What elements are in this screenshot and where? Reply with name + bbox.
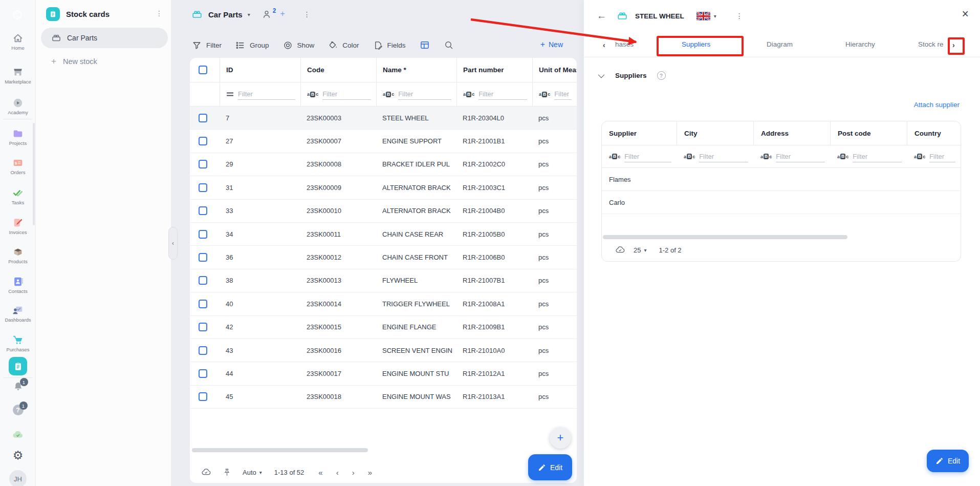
select-all-checkbox[interactable] — [199, 66, 207, 74]
column-header-id[interactable]: ID — [220, 58, 300, 82]
column-header-country[interactable]: Country — [907, 121, 961, 145]
rail-item-invoices[interactable]: Invoices — [0, 217, 36, 235]
suppliers-page-size-dropdown[interactable]: 25 ▾ — [634, 246, 647, 254]
rail-item-tasks[interactable]: Tasks — [0, 187, 36, 205]
row-checkbox[interactable] — [199, 392, 207, 401]
edit-button[interactable]: Edit — [528, 454, 572, 480]
tab-hierarchy[interactable]: Hierarchy — [845, 40, 875, 48]
supplier-filter-input[interactable] — [624, 151, 671, 162]
table-row[interactable]: 44 23SK00017 ENGINE MOUNT STU R1R-21012A… — [190, 362, 577, 385]
rail-item-purchases[interactable]: Purchases — [0, 334, 36, 352]
rail-item-sync-status[interactable] — [0, 428, 36, 440]
fields-button[interactable]: Fields — [373, 40, 406, 50]
table-row[interactable]: 38 23SK00013 FLYWHEEL R1R-21007B1 pcs — [190, 269, 577, 292]
page-size-dropdown[interactable]: Auto ▾ — [243, 469, 262, 476]
table-row[interactable]: 31 23SK00009 ALTERNATOR BRACK R1R-21003C… — [190, 176, 577, 199]
country-filter-input[interactable] — [929, 151, 955, 162]
tabs-scroll-left-icon[interactable]: ‹ — [603, 41, 605, 49]
rail-item-dashboards[interactable]: Dashboards — [0, 305, 36, 323]
name-filter-input[interactable] — [398, 89, 451, 100]
supplier-row[interactable]: Carlo — [602, 191, 961, 214]
column-header-city[interactable]: City — [677, 121, 753, 145]
rail-item-stock-cards-app[interactable] — [0, 357, 36, 375]
rail-item-notifications[interactable]: 1 — [0, 381, 36, 393]
filter-button[interactable]: Filter — [192, 40, 222, 50]
row-checkbox[interactable] — [199, 160, 207, 168]
section-collapse-chevron-icon[interactable] — [598, 72, 605, 78]
column-header-part-number[interactable]: Part number — [456, 58, 532, 82]
color-button[interactable]: Color — [328, 40, 359, 50]
attach-supplier-link[interactable]: Attach supplier — [914, 101, 960, 109]
table-row[interactable]: 7 23SK00003 STEEL WHEEL R1R-20304L0 pcs — [190, 107, 577, 130]
table-row[interactable]: 40 23SK00014 TRIGGER FLYWHEEL R1R-21008A… — [190, 292, 577, 315]
tab-diagram[interactable]: Diagram — [767, 40, 793, 48]
autosave-cloud-icon[interactable] — [201, 467, 211, 477]
table-row[interactable]: 36 23SK00012 CHAIN CASE FRONT R1R-21006B… — [190, 246, 577, 269]
language-dropdown-caret-icon[interactable]: ▾ — [714, 13, 716, 19]
row-checkbox[interactable] — [199, 300, 207, 308]
tabs-scroll-right-icon[interactable]: › — [952, 41, 955, 49]
post-code-filter-input[interactable] — [853, 151, 902, 162]
table-row[interactable]: 43 23SK00016 SCREEN VENT ENGIN R1R-21010… — [190, 339, 577, 362]
add-row-fab[interactable]: + — [550, 427, 571, 449]
rail-item-orders[interactable]: $ Orders — [0, 157, 36, 175]
column-header-unit[interactable]: Unit of Meas — [532, 58, 577, 82]
column-header-name[interactable]: Name * — [376, 58, 456, 82]
table-row[interactable]: 33 23SK00010 ALTERNATOR BRACK R1R-21004B… — [190, 200, 577, 223]
sidebar-menu-dots-icon[interactable]: ⋮ — [156, 9, 163, 17]
sidebar-collapse-handle[interactable]: ‹ — [168, 227, 178, 260]
new-record-button[interactable]: + New — [540, 40, 563, 49]
column-header-post-code[interactable]: Post code — [830, 121, 907, 145]
first-page-button[interactable]: « — [318, 468, 322, 477]
prev-page-button[interactable]: ‹ — [336, 468, 339, 477]
horizontal-scrollbar[interactable] — [192, 448, 368, 452]
back-arrow-icon[interactable]: ← — [597, 10, 606, 22]
column-header-address[interactable]: Address — [753, 121, 830, 145]
tab-suppliers[interactable]: Suppliers — [682, 40, 710, 48]
uk-flag-icon[interactable] — [696, 12, 710, 20]
autosave-cloud-icon[interactable] — [615, 245, 625, 255]
close-icon[interactable]: × — [962, 8, 969, 20]
table-row[interactable]: 27 23SK00007 ENGINE SUPPORT R1R-21001B1 … — [190, 130, 577, 153]
section-help-icon[interactable]: ? — [657, 71, 666, 80]
last-page-button[interactable]: » — [368, 468, 372, 477]
rail-item-help[interactable]: ? 1 — [0, 405, 36, 415]
column-header-code[interactable]: Code — [300, 58, 376, 82]
row-checkbox[interactable] — [199, 253, 207, 262]
part-number-filter-input[interactable] — [478, 89, 527, 100]
collaborators-button[interactable]: 2 + — [262, 9, 285, 19]
column-header-supplier[interactable]: Supplier — [602, 121, 677, 145]
detail-edit-button[interactable]: Edit — [927, 450, 969, 472]
address-filter-input[interactable] — [776, 151, 825, 162]
rail-item-projects[interactable]: Projects — [0, 128, 36, 146]
row-checkbox[interactable] — [199, 346, 207, 355]
next-page-button[interactable]: › — [352, 468, 355, 477]
row-checkbox[interactable] — [199, 323, 207, 331]
rail-item-marketplace[interactable]: Marketplace — [0, 67, 36, 84]
unit-filter-input[interactable] — [554, 89, 572, 100]
new-stock-button[interactable]: + New stock — [51, 56, 97, 67]
tab-stock-truncated[interactable]: Stock re — [918, 40, 944, 48]
rail-item-products[interactable]: Products — [0, 246, 36, 264]
row-checkbox[interactable] — [199, 206, 207, 215]
pin-icon[interactable] — [223, 468, 231, 477]
row-checkbox[interactable] — [199, 276, 207, 285]
id-filter-input[interactable] — [238, 89, 295, 100]
layout-toggle-button[interactable] — [420, 40, 430, 50]
tab-purchases-truncated[interactable]: hases — [615, 40, 634, 48]
rail-item-contacts[interactable]: Contacts — [0, 276, 36, 294]
code-filter-input[interactable] — [322, 89, 371, 100]
row-checkbox[interactable] — [199, 183, 207, 192]
table-row[interactable]: 45 23SK00018 ENGINE MOUNT WAS R1R-21013A… — [190, 386, 577, 409]
rail-item-profile[interactable]: JH — [0, 470, 36, 486]
row-checkbox[interactable] — [199, 137, 207, 145]
search-button[interactable] — [444, 40, 454, 50]
rail-item-academy[interactable]: Academy — [0, 97, 36, 115]
sidebar-item-car-parts[interactable]: Car Parts — [41, 28, 168, 48]
detail-menu-dots-icon[interactable]: ⋮ — [736, 12, 743, 20]
row-checkbox[interactable] — [199, 114, 207, 122]
supplier-row[interactable]: Flames — [602, 168, 961, 191]
table-row[interactable]: 42 23SK00015 ENGINE FLANGE R1R-21009B1 p… — [190, 316, 577, 339]
show-button[interactable]: Show — [283, 40, 315, 50]
row-checkbox[interactable] — [199, 369, 207, 378]
